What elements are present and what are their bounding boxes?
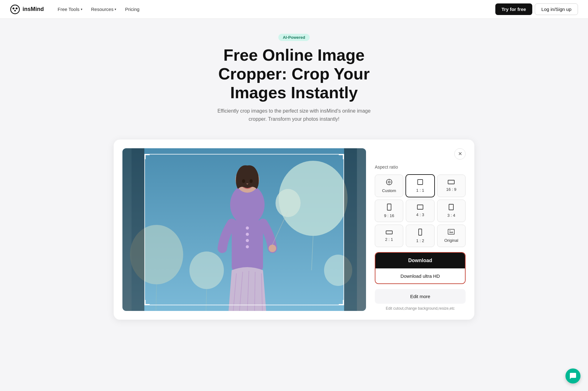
hero-title: Free Online Image Cropper: Crop Your Ima… xyxy=(200,46,388,102)
aspect-2-1-icon xyxy=(386,230,393,235)
svg-rect-37 xyxy=(387,204,391,210)
aspect-1-1-label: 1 : 1 xyxy=(416,188,424,193)
svg-point-18 xyxy=(246,245,249,248)
svg-point-1 xyxy=(13,8,14,9)
download-hd-button[interactable]: Download ultra HD xyxy=(375,268,465,283)
aspect-3-4-label: 3 : 4 xyxy=(447,213,455,218)
aspect-4-3-button[interactable]: 4 : 3 xyxy=(406,200,434,222)
chevron-down-icon: ▾ xyxy=(115,8,116,11)
aspect-9-16-button[interactable]: 9 : 16 xyxy=(375,200,403,222)
scene-svg xyxy=(122,148,366,311)
nav-links: Free Tools ▾ Resources ▾ Pricing xyxy=(54,4,495,14)
aspect-2-1-label: 2 : 1 xyxy=(385,237,393,242)
aspect-original-icon xyxy=(448,229,455,236)
svg-point-15 xyxy=(246,226,249,230)
aspect-1-1-button[interactable]: 1 : 1 xyxy=(406,175,434,197)
aspect-2-1-button[interactable]: 2 : 1 xyxy=(375,225,403,247)
navbar: insMind Free Tools ▾ Resources ▾ Pricing… xyxy=(0,0,588,19)
nav-free-tools[interactable]: Free Tools ▾ xyxy=(54,4,86,14)
aspect-3-4-icon xyxy=(449,204,454,211)
aspect-custom-button[interactable]: Custom xyxy=(375,175,403,197)
aspect-4-3-icon xyxy=(417,205,423,211)
svg-rect-36 xyxy=(448,180,454,184)
nav-pricing[interactable]: Pricing xyxy=(121,4,143,14)
svg-rect-40 xyxy=(386,231,392,234)
svg-point-2 xyxy=(16,8,18,9)
svg-rect-41 xyxy=(419,229,422,235)
aspect-1-2-icon xyxy=(418,229,422,236)
aspect-9-16-label: 9 : 16 xyxy=(384,213,394,218)
download-section: Download Download ultra HD xyxy=(375,252,466,284)
nav-resources[interactable]: Resources ▾ xyxy=(87,4,120,14)
svg-point-24 xyxy=(269,245,276,252)
svg-point-17 xyxy=(246,239,249,242)
hero-subtitle: Efficiently crop images to the perfect s… xyxy=(209,107,379,123)
aspect-1-1-icon xyxy=(417,179,423,186)
svg-rect-42 xyxy=(448,229,454,234)
crop-dark-left xyxy=(122,148,144,311)
aspect-4-3-label: 4 : 3 xyxy=(416,212,424,217)
aspect-grid: Custom 1 : 1 xyxy=(375,175,466,247)
aspect-16-9-icon xyxy=(448,180,455,185)
svg-point-3 xyxy=(14,10,16,11)
nav-actions: Try for free Log in/Sign up xyxy=(495,3,578,15)
hero-section: AI-Powered Free Online Image Cropper: Cr… xyxy=(0,19,588,132)
svg-point-26 xyxy=(276,189,301,217)
download-button[interactable]: Download xyxy=(375,253,465,268)
logo-text: insMind xyxy=(23,6,44,13)
svg-point-30 xyxy=(388,181,390,183)
svg-point-16 xyxy=(246,233,249,236)
aspect-16-9-label: 16 : 9 xyxy=(446,187,456,192)
try-for-free-button[interactable]: Try for free xyxy=(495,3,532,15)
login-signup-button[interactable]: Log in/Sign up xyxy=(535,3,578,15)
controls-panel: ✕ Aspect ratio xyxy=(375,148,466,311)
aspect-1-2-label: 1 : 2 xyxy=(416,238,424,243)
crop-dark-right xyxy=(344,148,366,311)
image-area[interactable] xyxy=(122,148,366,311)
logo-icon xyxy=(10,4,20,14)
edit-more-subtitle: Edit cutout,change background,resize,etc xyxy=(375,306,466,311)
svg-rect-38 xyxy=(417,205,423,209)
image-placeholder xyxy=(122,148,366,311)
svg-point-0 xyxy=(11,5,19,14)
aspect-3-4-button[interactable]: 3 : 4 xyxy=(437,200,466,222)
aspect-16-9-button[interactable]: 16 : 9 xyxy=(437,175,466,197)
aspect-custom-label: Custom xyxy=(382,188,396,193)
tool-card: ✕ Aspect ratio xyxy=(114,140,474,320)
aspect-9-16-icon xyxy=(387,204,391,211)
svg-point-43 xyxy=(449,230,451,231)
chevron-down-icon: ▾ xyxy=(81,8,82,11)
close-button[interactable]: ✕ xyxy=(454,148,466,160)
svg-rect-35 xyxy=(418,180,423,185)
chat-icon xyxy=(569,372,577,380)
aspect-ratio-label: Aspect ratio xyxy=(375,165,466,170)
svg-rect-39 xyxy=(449,204,453,210)
edit-more-button[interactable]: Edit more xyxy=(375,289,466,304)
aspect-original-button[interactable]: Original xyxy=(437,225,466,247)
aspect-1-2-button[interactable]: 1 : 2 xyxy=(406,225,434,247)
logo[interactable]: insMind xyxy=(10,4,44,14)
custom-icon xyxy=(386,179,393,186)
chat-support-widget[interactable] xyxy=(565,368,580,383)
ai-badge: AI-Powered xyxy=(278,34,310,41)
aspect-original-label: Original xyxy=(444,238,458,243)
svg-point-27 xyxy=(242,179,245,183)
svg-point-9 xyxy=(189,251,224,289)
svg-point-28 xyxy=(250,179,253,183)
tool-wrapper: ✕ Aspect ratio xyxy=(106,140,482,320)
